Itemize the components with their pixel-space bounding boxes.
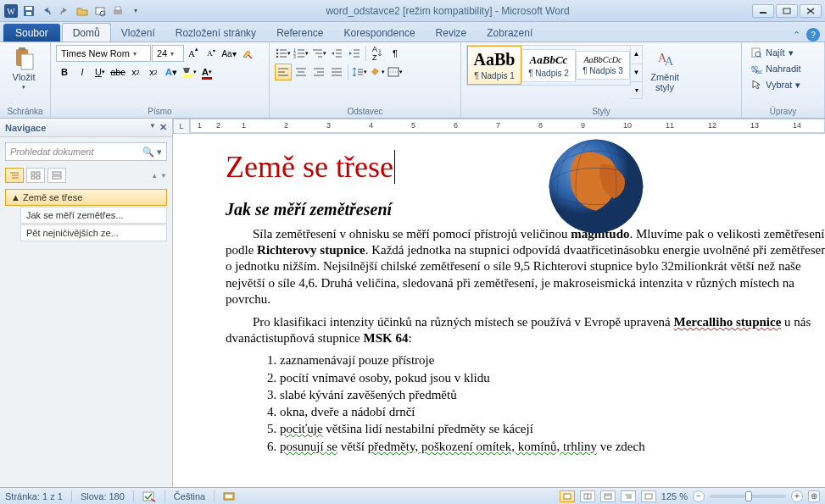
- align-right-icon[interactable]: [310, 64, 327, 80]
- indent-dec-icon[interactable]: [328, 45, 345, 62]
- font-size-combo[interactable]: 24▾: [152, 45, 184, 62]
- status-page[interactable]: Stránka: 1 z 1: [5, 491, 63, 501]
- nav-next-icon[interactable]: ▼: [160, 172, 167, 180]
- ruler-corner[interactable]: L: [173, 119, 190, 134]
- styles-more-icon[interactable]: ▾: [631, 81, 642, 98]
- grow-font-icon[interactable]: A▴: [185, 45, 202, 62]
- replace-button[interactable]: abacNahradit: [747, 61, 805, 76]
- bold-icon[interactable]: B: [56, 64, 73, 80]
- text-effects-icon[interactable]: A▾: [163, 64, 180, 80]
- tab-view[interactable]: Zobrazení: [477, 24, 543, 42]
- borders-icon[interactable]: ▾: [387, 64, 404, 80]
- zoom-slider[interactable]: [710, 495, 786, 498]
- view-read-icon[interactable]: [580, 490, 595, 502]
- justify-icon[interactable]: [328, 64, 345, 80]
- proofing-icon[interactable]: [142, 490, 156, 502]
- numbering-icon[interactable]: 123▾: [293, 45, 309, 62]
- superscript-icon[interactable]: x2: [145, 64, 162, 80]
- doc-paragraph[interactable]: Pro klasifikaci intenzity účinků na různ…: [226, 314, 825, 346]
- font-color-icon[interactable]: A▾: [198, 64, 215, 80]
- tab-references[interactable]: Reference: [266, 24, 333, 42]
- doc-heading-1[interactable]: Země se třese: [226, 149, 395, 185]
- align-left-icon[interactable]: [275, 64, 292, 80]
- styles-down-icon[interactable]: ▼: [631, 64, 642, 80]
- show-marks-icon[interactable]: ¶: [387, 45, 404, 62]
- nav-prev-icon[interactable]: ▲: [151, 172, 158, 180]
- quick-print-icon[interactable]: [110, 3, 125, 19]
- tab-review[interactable]: Revize: [426, 24, 477, 42]
- line-spacing-icon[interactable]: ▾: [351, 64, 368, 80]
- qat-more-icon[interactable]: ▾: [128, 3, 143, 19]
- underline-icon[interactable]: U▾: [92, 64, 109, 80]
- nav-item[interactable]: Jak se měří zemětřes...: [20, 207, 167, 224]
- select-button[interactable]: Vybrat ▾: [747, 77, 804, 92]
- tab-home[interactable]: Domů: [62, 23, 111, 42]
- list-item[interactable]: slabé kývání zavěšených předmětů: [280, 386, 825, 403]
- list-item[interactable]: okna, dveře a nádobí drnčí: [280, 403, 825, 420]
- print-preview-icon[interactable]: [92, 3, 108, 19]
- sort-icon[interactable]: AZ: [369, 45, 386, 62]
- list-item[interactable]: zaznamenávají pouze přístroje: [280, 352, 825, 368]
- paste-button[interactable]: Vložit ▾: [5, 45, 42, 92]
- open-icon[interactable]: [75, 3, 90, 19]
- styles-up-icon[interactable]: ▲: [631, 46, 642, 62]
- change-case-icon[interactable]: Aa▾: [220, 45, 237, 62]
- tab-mailings[interactable]: Korespondence: [334, 24, 426, 42]
- style-item[interactable]: AaBbCcDc¶ Nadpis 3: [576, 51, 630, 80]
- redo-icon[interactable]: [57, 3, 72, 19]
- indent-inc-icon[interactable]: [346, 45, 363, 62]
- status-words[interactable]: Slova: 180: [81, 491, 125, 501]
- search-icon[interactable]: 🔍 ▾: [142, 147, 162, 158]
- help-icon[interactable]: ?: [806, 28, 820, 42]
- font-name-combo[interactable]: Times New Rom▾: [56, 45, 151, 62]
- clear-format-icon[interactable]: [238, 45, 255, 62]
- strike-icon[interactable]: abc: [109, 64, 126, 80]
- doc-list[interactable]: zaznamenávají pouze přístrojepocítí vním…: [226, 352, 825, 455]
- save-icon[interactable]: [21, 3, 36, 19]
- doc-paragraph[interactable]: Síla zemětřesení v ohnisku se měří pomoc…: [226, 226, 825, 307]
- nav-item[interactable]: Pět nejničivějších ze...: [20, 224, 167, 241]
- tab-insert[interactable]: Vložení: [111, 24, 165, 42]
- zoom-out-icon[interactable]: −: [693, 490, 705, 502]
- view-outline-icon[interactable]: [621, 490, 636, 502]
- view-draft-icon[interactable]: [641, 490, 656, 502]
- zoom-level[interactable]: 125 %: [661, 491, 688, 501]
- style-gallery[interactable]: AaBb¶ Nadpis 1AaBbCc¶ Nadpis 2AaBbCcDc¶ …: [466, 45, 631, 86]
- doc-heading-2[interactable]: Jak se měří zemětřesení: [226, 200, 825, 219]
- nav-view-headings-icon[interactable]: [5, 168, 24, 183]
- nav-view-pages-icon[interactable]: [26, 168, 45, 183]
- maximize-icon[interactable]: [776, 4, 798, 18]
- nav-search-input[interactable]: Prohledat dokument 🔍 ▾: [5, 142, 167, 161]
- zoom-fit-icon[interactable]: ⊕: [808, 490, 820, 502]
- highlight-icon[interactable]: ▾: [181, 64, 198, 80]
- change-styles-button[interactable]: AA Změnit styly: [646, 45, 683, 94]
- undo-icon[interactable]: [39, 3, 54, 19]
- list-item[interactable]: posunují se větší předměty, poškození om…: [280, 438, 825, 455]
- ribbon-minimize-icon[interactable]: ⌃: [789, 28, 803, 42]
- italic-icon[interactable]: I: [74, 64, 91, 80]
- zoom-in-icon[interactable]: +: [791, 490, 803, 502]
- nav-item[interactable]: ▲ Země se třese: [5, 189, 167, 206]
- macro-icon[interactable]: [223, 491, 235, 501]
- subscript-icon[interactable]: x2: [127, 64, 144, 80]
- list-item[interactable]: pocítí vnímavé osoby, pokud jsou v klidu: [280, 369, 825, 386]
- list-item[interactable]: pociťuje většina lidí nestabilní předmět…: [280, 420, 825, 437]
- view-print-icon[interactable]: [560, 490, 575, 502]
- horizontal-ruler[interactable]: 121234567891011121314: [190, 119, 825, 133]
- shrink-font-icon[interactable]: A▾: [203, 45, 220, 62]
- bullets-icon[interactable]: ▾: [275, 45, 292, 62]
- status-language[interactable]: Čeština: [174, 491, 205, 501]
- file-tab[interactable]: Soubor: [3, 24, 60, 42]
- close-icon[interactable]: [800, 4, 822, 18]
- style-item[interactable]: AaBbCc¶ Nadpis 2: [521, 49, 576, 82]
- find-button[interactable]: Najít ▾: [747, 45, 797, 60]
- multilevel-icon[interactable]: ▾: [310, 45, 327, 62]
- tab-layout[interactable]: Rozložení stránky: [165, 24, 266, 42]
- align-center-icon[interactable]: [293, 64, 309, 80]
- nav-dropdown-icon[interactable]: ▼: [149, 122, 156, 133]
- view-web-icon[interactable]: [600, 490, 616, 502]
- nav-view-results-icon[interactable]: [47, 168, 66, 183]
- shading-icon[interactable]: ▾: [369, 64, 386, 80]
- style-item[interactable]: AaBb¶ Nadpis 1: [467, 46, 521, 85]
- nav-close-icon[interactable]: ✕: [159, 122, 167, 133]
